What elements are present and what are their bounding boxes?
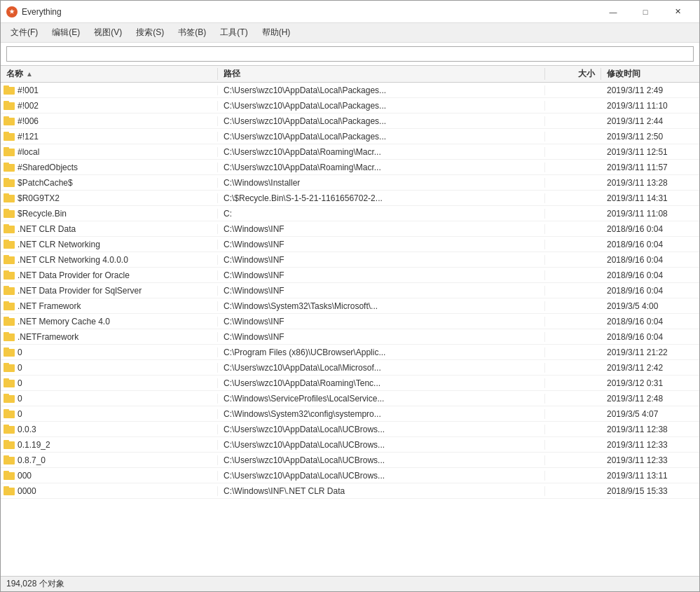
row-name-cell: $PatchCache$ <box>1 178 218 188</box>
row-date-cell: 2018/9/16 0:04 <box>601 255 699 265</box>
row-name-cell: .NET Data Provider for Oracle <box>1 270 218 280</box>
menu-file[interactable]: 文件(F) <box>4 24 45 41</box>
row-name-cell: 0 <box>1 394 218 404</box>
close-button[interactable]: ✕ <box>661 1 694 23</box>
status-bar: 194,028 个对象 <box>1 576 699 591</box>
row-name-cell: .NET Data Provider for SqlServer <box>1 286 218 296</box>
folder-icon <box>4 193 15 202</box>
menu-bookmark[interactable]: 书签(B) <box>171 24 213 41</box>
table-row[interactable]: 0.8.7_0 C:\Users\wzc10\AppData\Local\UCB… <box>1 453 699 468</box>
row-date-cell: 2019/3/11 2:42 <box>601 363 699 373</box>
row-name-cell: #!121 <box>1 132 218 142</box>
table-row[interactable]: .NET Framework C:\Windows\System32\Tasks… <box>1 298 699 314</box>
col-header-path[interactable]: 路径 <box>218 68 545 80</box>
row-date-cell: 2019/3/11 12:33 <box>601 440 699 450</box>
table-row[interactable]: $PatchCache$ C:\Windows\Installer 2019/3… <box>1 175 699 191</box>
status-text: 194,028 个对象 <box>6 578 64 590</box>
col-header-name[interactable]: 名称 ▲ <box>1 68 218 80</box>
row-date-cell: 2019/3/11 12:33 <box>601 455 699 465</box>
row-date-cell: 2019/3/11 2:44 <box>601 116 699 126</box>
row-date-cell: 2019/3/11 21:22 <box>601 347 699 357</box>
row-path-cell: C:\Users\wzc10\AppData\Local\Packages... <box>218 132 545 142</box>
table-row[interactable]: #!121 C:\Users\wzc10\AppData\Local\Packa… <box>1 129 699 144</box>
table-row[interactable]: .NET CLR Networking 4.0.0.0 C:\Windows\I… <box>1 252 699 268</box>
table-body[interactable]: #!001 C:\Users\wzc10\AppData\Local\Packa… <box>1 83 699 576</box>
table-row[interactable]: #SharedObjects C:\Users\wzc10\AppData\Ro… <box>1 160 699 175</box>
minimize-button[interactable]: — <box>597 1 629 23</box>
table-row[interactable]: 0 C:\Program Files (x86)\UCBrowser\Appli… <box>1 345 699 360</box>
table-row[interactable]: .NET CLR Data C:\Windows\INF 2018/9/16 0… <box>1 221 699 237</box>
table-row[interactable]: 0.0.3 C:\Users\wzc10\AppData\Local\UCBro… <box>1 422 699 437</box>
row-date-cell: 2019/3/11 11:10 <box>601 101 699 111</box>
table-row[interactable]: $R0G9TX2 C:\$Recycle.Bin\S-1-5-21-116165… <box>1 191 699 206</box>
row-path-cell: C:\Windows\INF <box>218 270 545 280</box>
row-path-cell: C:\Windows\Installer <box>218 178 545 188</box>
title-bar: Everything — □ ✕ <box>1 1 699 23</box>
window-controls: — □ ✕ <box>597 1 694 23</box>
row-name-cell: .NET Memory Cache 4.0 <box>1 317 218 326</box>
table-row[interactable]: 000 C:\Users\wzc10\AppData\Local\UCBrows… <box>1 468 699 483</box>
row-date-cell: 2019/3/12 0:31 <box>601 378 699 388</box>
table-row[interactable]: 0.1.19_2 C:\Users\wzc10\AppData\Local\UC… <box>1 437 699 453</box>
row-date-cell: 2019/3/11 13:28 <box>601 178 699 188</box>
row-path-cell: C:\Users\wzc10\AppData\Local\Packages... <box>218 85 545 95</box>
folder-icon <box>4 378 15 387</box>
window-title: Everything <box>22 7 597 17</box>
row-name-cell: 0 <box>1 363 218 373</box>
col-header-size[interactable]: 大小 <box>545 68 601 80</box>
folder-icon <box>4 332 15 341</box>
row-date-cell: 2019/3/5 4:00 <box>601 301 699 311</box>
table-row[interactable]: 0 C:\Users\wzc10\AppData\Roaming\Tenc...… <box>1 376 699 391</box>
row-date-cell: 2019/3/11 2:49 <box>601 85 699 95</box>
table-row[interactable]: .NET Data Provider for Oracle C:\Windows… <box>1 268 699 283</box>
main-window: Everything — □ ✕ 文件(F) 编辑(E) 视图(V) 搜索(S)… <box>0 0 700 592</box>
row-path-cell: C:\Windows\ServiceProfiles\LocalService.… <box>218 394 545 404</box>
folder-icon <box>4 440 15 449</box>
table-header: 名称 ▲ 路径 大小 修改时间 <box>1 66 699 83</box>
row-name-cell: .NET CLR Networking <box>1 240 218 249</box>
maximize-button[interactable]: □ <box>629 1 661 23</box>
row-path-cell: C:\Users\wzc10\AppData\Roaming\Macr... <box>218 163 545 172</box>
folder-icon <box>4 286 15 295</box>
row-date-cell: 2018/9/16 0:04 <box>601 270 699 280</box>
row-name-cell: $R0G9TX2 <box>1 193 218 203</box>
table-row[interactable]: .NETFramework C:\Windows\INF 2018/9/16 0… <box>1 329 699 345</box>
row-path-cell: C:\Windows\INF <box>218 240 545 249</box>
table-row[interactable]: #!001 C:\Users\wzc10\AppData\Local\Packa… <box>1 83 699 98</box>
row-path-cell: C:\Users\wzc10\AppData\Roaming\Tenc... <box>218 378 545 388</box>
col-header-date[interactable]: 修改时间 <box>601 68 699 80</box>
menu-help[interactable]: 帮助(H) <box>255 24 298 41</box>
folder-icon <box>4 317 15 326</box>
folder-icon <box>4 163 15 172</box>
table-row[interactable]: #local C:\Users\wzc10\AppData\Roaming\Ma… <box>1 144 699 160</box>
row-date-cell: 2018/9/16 0:04 <box>601 332 699 342</box>
folder-icon <box>4 132 15 141</box>
menu-tools[interactable]: 工具(T) <box>213 24 254 41</box>
table-row[interactable]: #!006 C:\Users\wzc10\AppData\Local\Packa… <box>1 113 699 129</box>
table-row[interactable]: 0000 C:\Windows\INF\.NET CLR Data 2018/9… <box>1 483 699 499</box>
folder-icon <box>4 471 15 480</box>
table-row[interactable]: #!002 C:\Users\wzc10\AppData\Local\Packa… <box>1 98 699 113</box>
menu-view[interactable]: 视图(V) <box>87 24 129 41</box>
table-row[interactable]: .NET Memory Cache 4.0 C:\Windows\INF 201… <box>1 314 699 329</box>
row-date-cell: 2019/3/11 11:57 <box>601 163 699 172</box>
sort-arrow-name: ▲ <box>26 70 33 78</box>
table-row[interactable]: $Recycle.Bin C: 2019/3/11 11:08 <box>1 206 699 221</box>
folder-icon <box>4 270 15 280</box>
table-row[interactable]: .NET Data Provider for SqlServer C:\Wind… <box>1 283 699 298</box>
row-path-cell: C:\Users\wzc10\AppData\Local\UCBrows... <box>218 471 545 481</box>
table-row[interactable]: 0 C:\Windows\System32\config\systempro..… <box>1 406 699 422</box>
row-name-cell: #!001 <box>1 85 218 95</box>
row-name-cell: 0.1.19_2 <box>1 440 218 450</box>
menu-search[interactable]: 搜索(S) <box>129 24 171 41</box>
table-row[interactable]: .NET CLR Networking C:\Windows\INF 2018/… <box>1 237 699 252</box>
table-row[interactable]: 0 C:\Users\wzc10\AppData\Local\Microsof.… <box>1 360 699 376</box>
row-path-cell: C:\Users\wzc10\AppData\Local\Packages... <box>218 101 545 111</box>
menu-edit[interactable]: 编辑(E) <box>45 24 87 41</box>
search-input[interactable] <box>6 46 694 62</box>
folder-icon <box>4 301 15 310</box>
row-path-cell: C:\Users\wzc10\AppData\Local\Microsof... <box>218 363 545 373</box>
table-row[interactable]: 0 C:\Windows\ServiceProfiles\LocalServic… <box>1 391 699 406</box>
row-date-cell: 2018/9/16 0:04 <box>601 286 699 296</box>
row-name-cell: #local <box>1 147 218 157</box>
